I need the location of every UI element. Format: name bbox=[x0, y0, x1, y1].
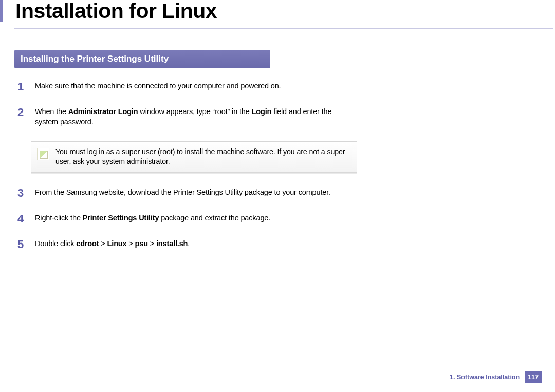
step-2: 2 When the Administrator Login window ap… bbox=[17, 107, 334, 127]
step-body: Right-click the Printer Settings Utility… bbox=[35, 213, 270, 223]
page: Installation for Linux Installing the Pr… bbox=[0, 0, 555, 392]
step-body: Double click cdroot > Linux > psu > inst… bbox=[35, 239, 190, 249]
page-footer: 1. Software Installation 117 bbox=[450, 371, 542, 383]
section-heading: Installing the Printer Settings Utility bbox=[14, 50, 270, 68]
step-4: 4 Right-click the Printer Settings Utili… bbox=[17, 213, 334, 225]
step-3: 3 From the Samsung website, download the… bbox=[17, 188, 334, 199]
step-number: 4 bbox=[17, 213, 35, 225]
note-text: You must log in as a super user (root) t… bbox=[55, 147, 350, 166]
step-body: Make sure that the machine is connected … bbox=[35, 81, 281, 91]
step-body: When the Administrator Login window appe… bbox=[35, 107, 334, 127]
note-callout: You must log in as a super user (root) t… bbox=[31, 141, 357, 173]
title-bar: Installation for Linux bbox=[0, 0, 555, 22]
step-number: 5 bbox=[17, 239, 35, 250]
title-underline bbox=[14, 28, 553, 29]
step-number: 2 bbox=[17, 107, 35, 118]
page-title: Installation for Linux bbox=[15, 0, 555, 22]
step-1: 1 Make sure that the machine is connecte… bbox=[17, 81, 334, 92]
step-5: 5 Double click cdroot > Linux > psu > in… bbox=[17, 239, 334, 250]
steps-list: 1 Make sure that the machine is connecte… bbox=[17, 81, 334, 250]
footer-page-number: 117 bbox=[525, 371, 542, 383]
step-body: From the Samsung website, download the P… bbox=[35, 188, 330, 198]
step-number: 3 bbox=[17, 188, 35, 199]
footer-chapter: 1. Software Installation bbox=[450, 374, 520, 381]
step-number: 1 bbox=[17, 81, 35, 92]
note-icon bbox=[37, 148, 49, 160]
